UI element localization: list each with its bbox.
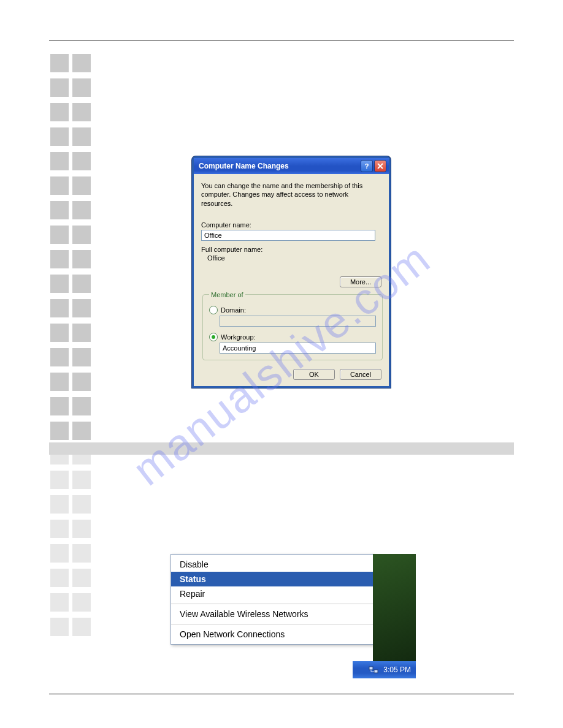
menu-item-view-networks[interactable]: View Available Wireless Networks <box>171 607 373 621</box>
member-of-group: Member of Domain: Workgroup: <box>202 291 383 360</box>
computer-name-label: Computer name: <box>201 221 381 229</box>
domain-input <box>220 316 376 327</box>
computer-name-input[interactable] <box>201 230 375 241</box>
menu-item-repair[interactable]: Repair <box>171 586 373 601</box>
close-button[interactable] <box>374 160 386 172</box>
domain-radio[interactable] <box>209 306 218 314</box>
domain-radio-label: Domain: <box>221 306 246 314</box>
decorative-sidebar-blocks <box>50 54 91 642</box>
document-page: Computer Name Changes ? You can change t… <box>0 0 563 728</box>
dialog-title: Computer Name Changes <box>199 162 289 170</box>
dialog-description: You can change the name and the membersh… <box>201 181 381 208</box>
full-computer-name-label: Full computer name: <box>201 246 381 253</box>
workgroup-input[interactable] <box>220 343 376 354</box>
network-tray-icon[interactable] <box>369 665 378 675</box>
cancel-button[interactable]: Cancel <box>340 369 381 380</box>
dialog-titlebar[interactable]: Computer Name Changes ? <box>194 158 389 174</box>
top-rule <box>49 40 514 40</box>
tray-area: Disable Status Repair View Available Wir… <box>170 554 416 645</box>
menu-item-open-connections[interactable]: Open Network Connections <box>171 627 373 642</box>
workgroup-radio[interactable] <box>209 333 218 341</box>
computer-name-changes-dialog: Computer Name Changes ? You can change t… <box>192 156 391 388</box>
menu-item-status[interactable]: Status <box>171 572 373 586</box>
bottom-rule <box>49 694 514 694</box>
taskbar-clock: 3:05 PM <box>383 665 411 674</box>
taskbar: 3:05 PM <box>353 661 416 678</box>
ok-button[interactable]: OK <box>293 369 335 380</box>
desktop-background-strip <box>373 554 416 661</box>
svg-rect-0 <box>369 667 373 670</box>
help-button[interactable]: ? <box>361 160 373 172</box>
close-icon <box>377 163 383 169</box>
section-divider-band <box>49 442 514 455</box>
svg-rect-1 <box>374 670 378 673</box>
network-context-menu: Disable Status Repair View Available Wir… <box>170 554 374 645</box>
more-button[interactable]: More... <box>340 276 381 287</box>
menu-item-disable[interactable]: Disable <box>171 557 373 572</box>
member-of-legend: Member of <box>209 291 245 298</box>
workgroup-radio-label: Workgroup: <box>221 333 256 341</box>
full-computer-name-value: Office <box>201 254 381 262</box>
